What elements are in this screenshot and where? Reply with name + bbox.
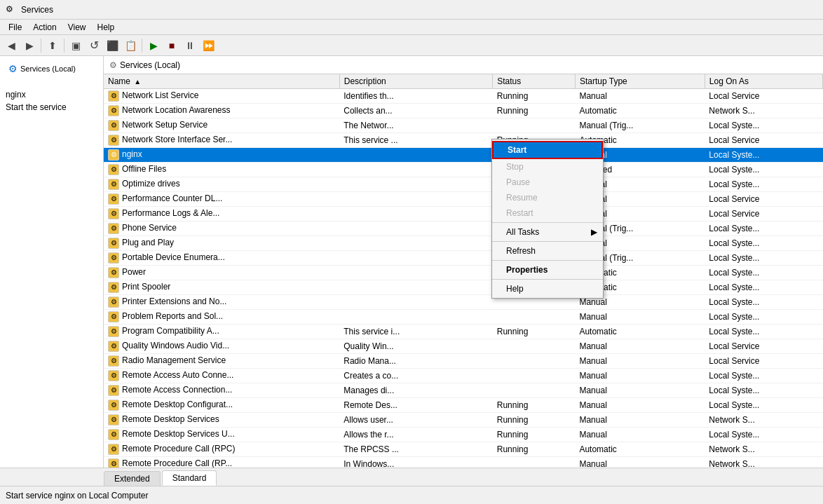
table-row[interactable]: ⚙PowerngAutomaticLocal Syste...	[104, 266, 823, 280]
table-row[interactable]: ⚙Optimize drivesManualLocal Syste...	[104, 177, 823, 192]
service-startup-cell: Manual	[575, 383, 705, 398]
table-row[interactable]: ⚙Remote Access Auto Conne...Creates a co…	[104, 369, 823, 383]
table-row[interactable]: ⚙Performance Counter DL...ManualLocal Se…	[104, 192, 823, 207]
service-desc-cell	[339, 148, 493, 163]
service-name-cell: Remote Desktop Services	[122, 414, 219, 424]
service-logon-cell: Local Syste...	[705, 325, 822, 339]
service-startup-cell: Manual (Trig...	[575, 118, 705, 133]
status-bar: Start service nginx on Local Computer	[0, 486, 823, 504]
menu-file[interactable]: File	[3, 21, 27, 34]
service-status-cell: Running	[493, 325, 576, 339]
service-icon: ⚙	[108, 311, 119, 322]
menu-help[interactable]: Help	[92, 21, 121, 34]
back-button[interactable]: ◀	[3, 37, 20, 54]
table-row[interactable]: ⚙nginxManualLocal Syste...	[104, 148, 823, 163]
selected-service-name: nginx	[6, 90, 97, 100]
service-name-cell: Printer Extensions and No...	[122, 297, 226, 306]
play-button[interactable]: ▶	[145, 37, 162, 54]
service-name-cell: Offline Files	[122, 164, 166, 174]
table-row[interactable]: ⚙Portable Device Enumera...Manual (Trig.…	[104, 251, 823, 266]
table-row[interactable]: ⚙Program Compatibility A...This service …	[104, 325, 823, 339]
service-icon: ⚙	[108, 297, 119, 308]
pause-button[interactable]: ⏸	[182, 37, 198, 54]
stop-button[interactable]: ■	[163, 37, 180, 54]
service-name-cell: Problem Reports and Sol...	[122, 311, 223, 321]
service-desc-cell	[339, 222, 493, 236]
context-menu-separator	[492, 241, 603, 242]
service-icon: ⚙	[108, 105, 119, 116]
resume-button[interactable]: ⏩	[200, 37, 217, 54]
service-status-cell	[493, 310, 576, 325]
col-header-status[interactable]: Status	[493, 74, 576, 89]
context-menu-item[interactable]: Stop	[492, 159, 603, 175]
service-desc-cell: Radio Mana...	[339, 354, 493, 369]
body-area: ⚙ Services (Local) nginx Start the servi…	[0, 56, 823, 468]
col-header-desc[interactable]: Description	[339, 74, 493, 89]
context-menu-item[interactable]: All Tasks▶	[492, 224, 603, 240]
service-startup-cell: Automatic	[575, 325, 705, 339]
context-menu-item[interactable]: Refresh	[492, 243, 603, 259]
tab-standard[interactable]: Standard	[162, 470, 217, 486]
table-row[interactable]: ⚙Remote Desktop Services U...Allows the …	[104, 428, 823, 442]
menu-view[interactable]: View	[62, 21, 92, 34]
up-button[interactable]: ⬆	[44, 37, 61, 54]
col-header-logon[interactable]: Log On As	[705, 74, 822, 89]
table-row[interactable]: ⚙Network Store Interface Ser...This serv…	[104, 133, 823, 148]
service-name-cell: Radio Management Service	[122, 355, 226, 365]
table-row[interactable]: ⚙Plug and PlayManualLocal Syste...	[104, 236, 823, 251]
col-header-startup[interactable]: Startup Type	[575, 74, 705, 89]
properties-button[interactable]: 📋	[122, 37, 139, 54]
table-row[interactable]: ⚙Remote Desktop Configurat...Remote Des.…	[104, 398, 823, 413]
toolbar-separator-1	[41, 39, 41, 53]
table-row[interactable]: ⚙Remote Access Connection...Manages di..…	[104, 383, 823, 398]
service-name-cell: Remote Procedure Call (RP...	[122, 458, 232, 468]
export-button[interactable]: ⬛	[104, 37, 121, 54]
table-row[interactable]: ⚙Performance Logs & Ale...ManualLocal Se…	[104, 207, 823, 222]
context-menu-separator	[492, 222, 603, 223]
table-row[interactable]: ⚙Radio Management ServiceRadio Mana...Ma…	[104, 354, 823, 369]
refresh-button[interactable]: ↺	[86, 37, 102, 54]
service-logon-cell: Network S...	[705, 442, 822, 457]
table-row[interactable]: ⚙Remote Desktop ServicesAllows user...Ru…	[104, 413, 823, 428]
service-icon: ⚙	[108, 385, 119, 396]
nav-tree-services[interactable]: ⚙ Services (Local)	[6, 62, 97, 76]
service-logon-cell: Local Syste...	[705, 163, 822, 177]
table-row[interactable]: ⚙Problem Reports and Sol...ManualLocal S…	[104, 310, 823, 325]
table-row[interactable]: ⚙Network Location AwarenessCollects an..…	[104, 104, 823, 118]
title-bar: ⚙ Services	[0, 0, 823, 20]
menu-action[interactable]: Action	[27, 21, 62, 34]
table-row[interactable]: ⚙Remote Procedure Call (RPC)The RPCSS ..…	[104, 442, 823, 457]
context-menu-item[interactable]: Restart	[492, 205, 603, 221]
service-icon: ⚙	[108, 400, 119, 411]
table-row[interactable]: ⚙Remote Procedure Call (RP...In Windows.…	[104, 457, 823, 468]
context-menu-item[interactable]: Resume	[492, 190, 603, 205]
service-logon-cell: Local Syste...	[705, 222, 822, 236]
service-name-cell: Optimize drives	[122, 179, 180, 189]
table-row[interactable]: ⚙Phone ServiceManual (Trig...Local Syste…	[104, 222, 823, 236]
service-desc-cell: Collects an...	[339, 104, 493, 118]
table-row[interactable]: ⚙Quality Windows Audio Vid...Quality Win…	[104, 339, 823, 354]
service-logon-cell: Local Service	[705, 354, 822, 369]
service-logon-cell: Network S...	[705, 457, 822, 468]
context-menu-item[interactable]: Properties	[492, 262, 603, 278]
col-header-name[interactable]: Name ▲	[104, 74, 339, 89]
show-console-button[interactable]: ▣	[67, 37, 84, 54]
context-menu-item[interactable]: Start	[492, 141, 603, 159]
context-menu-item[interactable]: Help	[492, 281, 603, 297]
tab-extended[interactable]: Extended	[104, 471, 161, 486]
context-menu: StartStopPauseResumeRestartAll Tasks▶Ref…	[491, 139, 604, 299]
service-status-cell: Running	[493, 428, 576, 442]
table-row[interactable]: ⚙Printer Extensions and No...ManualLocal…	[104, 295, 823, 310]
table-row[interactable]: ⚙Offline FilesDisabledLocal Syste...	[104, 163, 823, 177]
forward-button[interactable]: ▶	[21, 37, 38, 54]
table-row[interactable]: ⚙Print SpoolerngAutomaticLocal Syste...	[104, 280, 823, 295]
table-row[interactable]: ⚙Network Setup ServiceThe Networ...Manua…	[104, 118, 823, 133]
context-menu-item[interactable]: Pause	[492, 175, 603, 190]
services-table-container[interactable]: Name ▲ Description Status Startup Type L…	[104, 74, 823, 468]
service-name-cell: Network Store Interface Ser...	[122, 135, 232, 144]
service-icon: ⚙	[108, 341, 119, 352]
table-row[interactable]: ⚙Network List ServiceIdentifies th...Run…	[104, 89, 823, 104]
service-name-cell: Remote Access Connection...	[122, 385, 232, 395]
start-service-link[interactable]: Start	[6, 102, 23, 112]
service-logon-cell: Local Syste...	[705, 177, 822, 192]
